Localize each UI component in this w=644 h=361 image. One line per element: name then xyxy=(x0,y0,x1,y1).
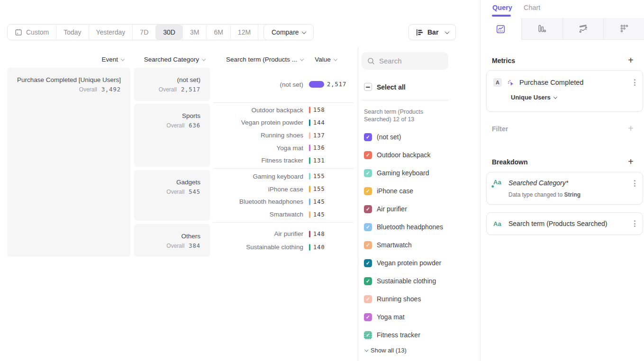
term-row[interactable]: Vegan protein powder 144 xyxy=(213,117,354,129)
category-group: (not set) Overall2,517 (not set) 2,517 xyxy=(134,68,354,101)
checkbox[interactable] xyxy=(364,187,372,195)
term-value: 158 xyxy=(313,107,325,113)
value-bar xyxy=(309,107,310,113)
date-range-label: 7D xyxy=(140,28,148,36)
add-breakdown-button[interactable]: + xyxy=(628,157,634,167)
checkbox[interactable] xyxy=(364,259,372,267)
column-header-event[interactable]: Event xyxy=(7,56,124,63)
chart-mode-tabs xyxy=(481,18,644,40)
checkbox[interactable] xyxy=(364,277,372,285)
breakdown-menu-button[interactable] xyxy=(633,179,637,188)
checkbox[interactable] xyxy=(364,241,372,249)
date-range-label: 3M xyxy=(190,28,199,36)
legend-item[interactable]: Sustainable clothing xyxy=(364,272,473,290)
add-filter-button[interactable]: + xyxy=(628,124,634,134)
date-range-button[interactable]: 7D xyxy=(132,25,155,40)
metric-menu-button[interactable] xyxy=(633,78,637,87)
date-range-button[interactable]: 3M xyxy=(182,25,206,40)
term-row[interactable]: (not set) 2,517 xyxy=(213,78,354,91)
category-card[interactable]: Gadgets Overall545 xyxy=(134,170,210,221)
checkbox[interactable] xyxy=(364,313,372,321)
breakdown-card[interactable]: Aa Search term (Products Searched) xyxy=(486,212,643,235)
checkbox[interactable] xyxy=(364,205,372,213)
legend-item[interactable]: Bluetooth headphones xyxy=(364,218,473,236)
value-bar xyxy=(309,81,324,88)
term-row[interactable]: Outdoor backpack 158 xyxy=(213,104,354,117)
legend-search[interactable] xyxy=(362,52,448,70)
date-range-button[interactable]: Custom xyxy=(8,25,56,40)
date-range-button[interactable]: 12M xyxy=(230,25,258,40)
select-all[interactable]: Select all xyxy=(364,83,406,91)
select-all-checkbox[interactable] xyxy=(364,83,372,91)
tab-funnel-dots[interactable] xyxy=(603,18,644,40)
calendar-icon xyxy=(15,28,22,36)
legend-item[interactable]: Running shoes xyxy=(364,290,473,308)
event-card[interactable]: Purchase Completed [Unique Users] Overal… xyxy=(7,68,130,257)
measure-dropdown[interactable]: Unique Users xyxy=(487,87,643,101)
term-row[interactable]: Air purifier 148 xyxy=(213,227,354,241)
flow-icon xyxy=(579,24,588,33)
legend-item[interactable]: Yoga mat xyxy=(364,308,473,326)
value-bar xyxy=(309,231,310,237)
add-metric-button[interactable]: + xyxy=(628,55,634,65)
value-bar xyxy=(309,119,310,126)
checkbox[interactable] xyxy=(364,331,372,339)
term-row[interactable]: iPhone case 155 xyxy=(213,183,354,196)
tab-line-chart[interactable] xyxy=(481,18,521,40)
column-header-searched-category[interactable]: Searched Category xyxy=(134,56,205,63)
checkbox[interactable] xyxy=(364,295,372,303)
chevron-down-icon xyxy=(300,57,304,61)
term-row[interactable]: Running shoes 137 xyxy=(213,129,354,142)
term-value: 136 xyxy=(313,144,325,151)
term-row[interactable]: Gaming keyboard 155 xyxy=(213,170,354,183)
checkbox[interactable] xyxy=(364,169,372,177)
legend-item[interactable]: Vegan protein powder xyxy=(364,254,473,272)
chart-type-dropdown[interactable]: Bar xyxy=(408,24,456,40)
term-row[interactable]: Bluetooth headphones 145 xyxy=(213,196,354,208)
legend-item-label: Fitness tracker xyxy=(377,331,420,339)
tab-flow[interactable] xyxy=(562,18,604,40)
legend-item[interactable]: Gaming keyboard xyxy=(364,164,473,182)
metric-card[interactable]: A Purchase Completed Unique Users xyxy=(486,70,643,112)
legend-item[interactable]: (not set) xyxy=(364,128,473,146)
legend-item[interactable]: Fitness tracker xyxy=(364,326,473,344)
legend-item[interactable]: iPhone case xyxy=(364,182,473,200)
breakdown-card[interactable]: Aa Searched Category* Data type changed … xyxy=(486,172,643,205)
checkbox[interactable] xyxy=(364,151,372,159)
column-header-search-term[interactable]: Search term (Products ... xyxy=(213,56,303,63)
legend-item-label: Outdoor backpack xyxy=(377,151,431,159)
term-rows: Outdoor backpack 158 Vegan protein powde… xyxy=(213,104,354,167)
tab-query[interactable]: Query xyxy=(492,4,512,15)
app-window: Custom Today Yesterday xyxy=(0,0,644,361)
date-range-button[interactable]: 6M xyxy=(206,25,230,40)
checkbox[interactable] xyxy=(364,223,372,231)
bar-chart-icon xyxy=(537,24,546,33)
legend-item[interactable]: Outdoor backpack xyxy=(364,146,473,164)
date-range-button[interactable]: Today xyxy=(56,25,88,40)
column-header-value[interactable]: Value xyxy=(310,56,341,63)
metric-badge: A xyxy=(493,78,502,87)
legend-item-label: Running shoes xyxy=(377,295,421,303)
category-card[interactable]: (not set) Overall2,517 xyxy=(134,68,210,101)
term-row[interactable]: Yoga mat 136 xyxy=(213,142,354,154)
term-label: Running shoes xyxy=(213,132,303,139)
compare-button[interactable]: Compare xyxy=(263,24,314,40)
date-range-button[interactable]: Yesterday xyxy=(89,25,133,40)
category-card[interactable]: Others Overall384 xyxy=(134,224,210,257)
breakdown-menu-button[interactable] xyxy=(633,219,637,228)
checkbox[interactable] xyxy=(364,133,372,141)
tab-bar-chart[interactable] xyxy=(521,18,562,40)
show-all-toggle[interactable]: Show all (13) xyxy=(364,347,407,354)
legend-item[interactable]: Air purifier xyxy=(364,200,473,218)
tab-chart[interactable]: Chart xyxy=(524,4,540,15)
category-card[interactable]: Sports Overall636 xyxy=(134,104,210,167)
term-label: Yoga mat xyxy=(213,144,303,152)
category-overall: Overall636 xyxy=(144,122,200,129)
search-input[interactable] xyxy=(379,57,441,65)
date-range-button[interactable]: 30D xyxy=(155,25,182,40)
legend-item[interactable]: Smartwatch xyxy=(364,236,473,254)
term-row[interactable]: Sustainable clothing 140 xyxy=(213,241,354,254)
term-row[interactable]: Fitness tracker 131 xyxy=(213,154,354,167)
term-row[interactable]: Smartwatch 145 xyxy=(213,208,354,221)
line-chart-icon xyxy=(496,25,505,34)
